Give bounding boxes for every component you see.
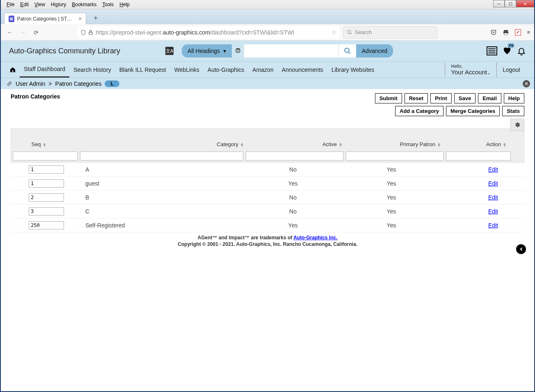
filter-active[interactable] [246,151,343,160]
menu-help[interactable]: Help [117,1,132,8]
filter-primary[interactable] [346,151,444,160]
breadcrumb-separator: > [48,80,52,87]
filter-seq[interactable] [13,151,78,160]
cell-active: No [244,208,342,215]
shield-icon [80,30,86,35]
col-header-active[interactable]: Active▲▼ [244,141,343,147]
sort-icon: ▲▼ [240,142,244,147]
advanced-label: Advanced [362,48,387,54]
edit-link[interactable]: Edit [488,180,498,187]
language-icon[interactable]: 文A [165,47,174,55]
col-header-primary[interactable]: Primary Patron▲▼ [343,141,441,147]
cell-category: A [80,166,244,173]
seq-input[interactable] [29,221,64,229]
logout-link[interactable]: Logout [496,62,526,77]
nav-amazon[interactable]: Amazon [248,62,277,77]
menu-view[interactable]: View [32,1,48,8]
save-button[interactable]: Save [454,93,476,103]
tab-close-icon[interactable]: × [78,16,82,22]
menu-history[interactable]: History [48,1,69,8]
print-button[interactable]: Print [430,93,452,103]
edit-link[interactable]: Edit [488,208,498,215]
sort-icon: ▲▼ [437,142,441,147]
breadcrumb-user-admin[interactable]: User Admin [16,80,45,87]
seq-input[interactable] [29,179,64,188]
back-button[interactable]: ← [5,28,15,37]
back-fab-icon[interactable] [516,244,526,254]
footer-line1: AGent™ and Impact™ are trademarks of Aut… [1,235,534,241]
minimize-button[interactable]: ─ [493,0,505,7]
col-header-category[interactable]: Category▲▼ [80,141,244,147]
close-button[interactable]: ✕ [516,0,534,7]
nav-weblinks[interactable]: WebLinks [170,62,203,77]
database-icon[interactable] [232,44,244,57]
filter-action[interactable] [446,151,511,160]
svg-rect-5 [504,33,508,35]
bookmark-star-icon[interactable]: ☆ [332,29,336,35]
breadcrumb: User Admin > Patron Categories L ✕ [1,78,534,89]
table-row: B No Yes Edit [11,190,524,204]
footer-link[interactable]: Auto-Graphics Inc. [293,235,337,241]
cell-active: No [244,194,342,201]
breadcrumb-patron-categories[interactable]: Patron Categories [55,80,102,87]
action-buttons: Submit Reset Print Save Email Help Add a… [375,93,524,116]
nav-announcements[interactable]: Announcements [278,62,327,77]
svg-line-2 [350,33,352,34]
filter-category[interactable] [80,151,243,160]
nav-auto-graphics[interactable]: Auto-Graphics [203,62,248,77]
brand-title: Auto-Graphics Community Library [9,47,120,55]
nav-library-websites[interactable]: Library Websites [327,62,378,77]
menu-icon[interactable]: ≡ [527,29,530,36]
account-menu[interactable]: Hello, Your Account⌄ [445,63,496,76]
submit-button[interactable]: Submit [375,93,402,103]
reset-button[interactable]: Reset [405,93,428,103]
nav-search-history[interactable]: Search History [69,62,115,77]
col-header-action[interactable]: Action▲▼ [441,141,507,147]
browser-search-box[interactable]: Search [343,26,437,39]
email-button[interactable]: Email [478,93,501,103]
edit-link[interactable]: Edit [488,166,498,173]
url-bar[interactable]: https://preprod-stwi-agent.auto-graphics… [77,26,340,39]
nav-blank-ill[interactable]: Blank ILL Request [115,62,170,77]
add-category-button[interactable]: Add a Category [395,106,444,116]
search-button[interactable] [338,44,356,57]
cell-active: Yes [244,180,342,187]
home-icon[interactable] [9,66,20,73]
bell-icon[interactable] [517,46,526,56]
extension-icon[interactable]: ✓ [515,29,521,36]
edit-link[interactable]: Edit [488,194,498,201]
pocket-icon[interactable] [490,29,497,36]
col-header-seq[interactable]: Seq▲▼ [14,141,80,147]
browser-tab[interactable]: ⊞ Patron Categories | STWI | stwi | × [4,13,86,24]
catalog-search: All Headings ▾ Advanced [182,44,393,57]
seq-input[interactable] [29,193,64,202]
close-icon[interactable]: ✕ [523,80,530,87]
favorites-icon[interactable]: F9 [502,46,512,55]
reload-button[interactable]: ⟳ [31,28,41,37]
list-icon[interactable] [487,46,497,55]
new-tab-button[interactable]: + [90,12,101,24]
merge-categories-button[interactable]: Merge Categories [446,106,500,116]
lock-icon [88,30,94,35]
search-scope-dropdown[interactable]: All Headings ▾ [182,44,232,57]
hello-label: Hello, [451,64,491,69]
menu-bookmarks[interactable]: Bookmarks [69,1,99,8]
help-button[interactable]: Help [504,93,524,103]
menu-file[interactable]: File [4,1,17,8]
print-icon[interactable] [503,29,509,36]
seq-input[interactable] [29,165,64,174]
seq-input[interactable] [29,207,64,215]
menu-tools[interactable]: Tools [100,1,116,8]
menu-edit[interactable]: Edit [18,1,31,8]
stats-button[interactable]: Stats [502,106,524,116]
nav-staff-dashboard[interactable]: Staff Dashboard [20,62,69,78]
table-wrap: Seq▲▼ Category▲▼ Active▲▼ Primary Patron… [11,128,524,232]
advanced-search-button[interactable]: Advanced [356,44,393,57]
f9-badge: F9 [508,43,514,48]
catalog-search-input[interactable] [244,44,338,57]
maximize-button[interactable]: ☐ [505,0,516,7]
gear-icon[interactable] [510,119,524,131]
forward-button[interactable]: → [18,28,28,37]
level-badge: L [105,80,119,87]
edit-link[interactable]: Edit [488,222,498,229]
